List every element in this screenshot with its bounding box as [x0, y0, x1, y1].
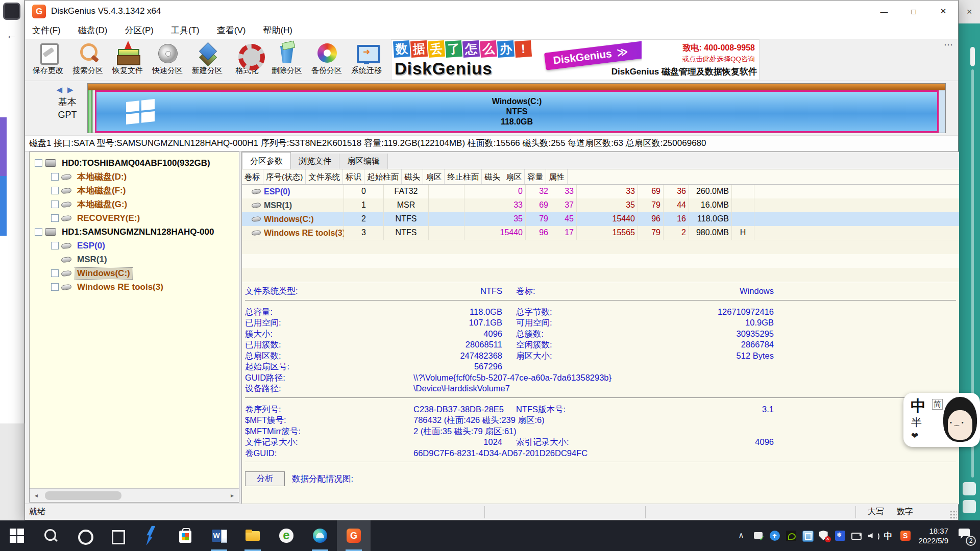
tree-item[interactable]: 本地磁盘(F:) — [30, 184, 239, 197]
column-header[interactable]: 起始柱面 — [364, 169, 402, 184]
tray-icon-button[interactable] — [897, 520, 914, 551]
column-header[interactable]: 卷标 — [242, 169, 263, 184]
desktop-icon[interactable] — [963, 500, 976, 513]
recovery-partition-segment[interactable] — [939, 90, 945, 133]
taskbar-app-button[interactable] — [337, 520, 371, 551]
ime-sticker[interactable]: 中 简 半 ❤ — [903, 393, 980, 447]
taskbar-app-button[interactable] — [34, 520, 67, 551]
expander-icon[interactable] — [51, 201, 59, 208]
tray-icon-button[interactable] — [750, 520, 767, 551]
expander-icon[interactable] — [35, 228, 42, 236]
tree-item[interactable]: 本地磁盘(D:) — [30, 170, 239, 184]
table-row[interactable]: MSR(1) 1 MSR 33 69 37 35 79 44 16.0MB — [242, 198, 959, 212]
windows-partition-segment[interactable]: Windows(C:) NTFS 118.0GB — [95, 90, 939, 133]
browser-tab-icon[interactable] — [3, 3, 20, 20]
taskbar-app-button[interactable] — [101, 520, 135, 551]
tray-icon-button[interactable] — [783, 520, 799, 551]
background-scroll-thumb[interactable] — [970, 47, 975, 66]
column-header[interactable]: 标识 — [343, 169, 364, 184]
toolbar-button[interactable]: 快速分区 — [148, 39, 187, 80]
expander-icon[interactable] — [51, 283, 59, 291]
more-icon[interactable]: ⋯ — [939, 39, 958, 51]
column-header[interactable]: 扇区 — [503, 169, 525, 184]
expander-icon[interactable] — [51, 187, 59, 194]
tray-icon-button[interactable] — [881, 520, 897, 551]
tree-horizontal-scrollbar[interactable]: ◂ ▸ — [30, 488, 239, 502]
taskbar-app-button[interactable] — [168, 520, 202, 551]
analyze-button[interactable]: 分析 — [245, 471, 285, 486]
tree-item[interactable]: ESP(0) — [30, 239, 239, 253]
tab[interactable]: 浏览文件 — [291, 154, 339, 169]
close-button[interactable]: ✕ — [928, 1, 958, 22]
scroll-thumb[interactable] — [45, 491, 121, 500]
tree-item[interactable]: MSR(1) — [30, 253, 239, 266]
column-header[interactable]: 容量 — [525, 169, 546, 184]
taskbar-app-button[interactable] — [303, 520, 337, 551]
tray-icon-button[interactable] — [848, 520, 865, 551]
ad-qq-link[interactable]: 或点击此处选择QQ咨询 — [642, 55, 755, 64]
resize-grip[interactable] — [949, 511, 957, 519]
toolbar-button[interactable]: 格式化 — [227, 39, 267, 80]
taskbar-app-button[interactable] — [202, 520, 236, 551]
background-close-icon[interactable]: ✕ — [959, 0, 980, 23]
desktop-icon[interactable] — [963, 482, 976, 495]
tray-icon-button[interactable] — [767, 520, 783, 551]
minimize-button[interactable]: — — [869, 1, 899, 22]
maximize-button[interactable]: □ — [899, 1, 928, 22]
toolbar-button[interactable]: 系统迁移 — [347, 39, 386, 80]
menu-item[interactable]: 帮助(H) — [261, 23, 295, 38]
toolbar-button[interactable]: 删除分区 — [267, 39, 307, 80]
toolbar-button[interactable]: 保存更改 — [28, 39, 68, 80]
toolbar-button[interactable]: 备份分区 — [307, 39, 347, 80]
column-header[interactable]: 终止柱面 — [445, 169, 482, 184]
toolbar-button[interactable]: 搜索分区 — [68, 39, 108, 80]
tray-icon-button[interactable] — [832, 520, 848, 551]
expander-icon[interactable] — [35, 159, 42, 167]
ad-banner[interactable]: 数据丢了怎么办! DiskGenius DiskGenius 致电: 400-0… — [391, 39, 760, 80]
tray-icon-button[interactable] — [799, 520, 816, 551]
tab[interactable]: 扇区编辑 — [339, 154, 388, 169]
scroll-left-icon[interactable]: ◂ — [30, 489, 43, 502]
tree-item[interactable]: Windows(C:) — [30, 266, 239, 280]
taskbar-app-button[interactable] — [135, 520, 168, 551]
column-header[interactable]: 文件系统 — [306, 169, 343, 184]
table-row[interactable]: Windows(C:) 2 NTFS 35 79 45 15440 96 16 … — [242, 212, 959, 226]
table-row[interactable]: ESP(0) 0 FAT32 0 32 33 33 69 36 260.0MB — [242, 185, 959, 198]
tree-item[interactable]: HD0:TOSHIBAMQ04ABF100(932GB) — [30, 156, 239, 170]
taskbar-app-button[interactable] — [236, 520, 270, 551]
taskbar-app-button[interactable] — [67, 520, 101, 551]
taskbar-app-button[interactable] — [0, 520, 34, 551]
expander-icon[interactable] — [51, 173, 59, 181]
tab[interactable]: 分区参数 — [242, 152, 291, 169]
expander-icon[interactable] — [51, 214, 59, 222]
taskbar-app-button[interactable] — [270, 520, 303, 551]
tray-icon-button[interactable] — [816, 520, 832, 551]
menu-item[interactable]: 文件(F) — [30, 23, 63, 38]
column-header[interactable]: 属性 — [546, 169, 568, 184]
tree-item[interactable]: Windows RE tools(3) — [30, 280, 239, 294]
toolbar-button[interactable]: 新建分区 — [187, 39, 227, 80]
tree-item[interactable]: 本地磁盘(G:) — [30, 197, 239, 211]
menu-item[interactable]: 工具(T) — [169, 23, 202, 38]
column-header[interactable]: 磁头 — [482, 169, 503, 184]
toolbar-button[interactable]: 恢复文件 — [108, 39, 148, 80]
prev-partition-icon[interactable]: ◀ — [56, 85, 67, 94]
column-header[interactable]: 扇区 — [423, 169, 445, 184]
column-header[interactable]: 磁头 — [402, 169, 423, 184]
tree-item[interactable]: HD1:SAMSUNGMZNLN128HAHQ-000 — [30, 225, 239, 239]
action-center-button[interactable]: 2 — [954, 520, 977, 551]
next-partition-icon[interactable]: ▶ — [67, 85, 79, 94]
expander-icon[interactable] — [51, 269, 59, 277]
menu-item[interactable]: 磁盘(D) — [76, 23, 110, 38]
menu-item[interactable]: 查看(V) — [215, 23, 248, 38]
column-header[interactable]: 序号(状态) — [263, 169, 306, 184]
tray-icon-button[interactable] — [865, 520, 881, 551]
expander-icon[interactable] — [51, 242, 59, 249]
table-row[interactable]: Windows RE tools(3) 3 NTFS 15440 96 17 1… — [242, 226, 959, 240]
menu-item[interactable]: 分区(P) — [122, 23, 156, 38]
esp-partition-segment[interactable] — [88, 90, 92, 133]
scroll-right-icon[interactable]: ▸ — [226, 489, 239, 502]
tree-item[interactable]: RECOVERY(E:) — [30, 211, 239, 225]
tray-icon-button[interactable] — [734, 520, 750, 551]
taskbar-clock[interactable]: 18:37 2022/5/9 — [914, 526, 954, 545]
